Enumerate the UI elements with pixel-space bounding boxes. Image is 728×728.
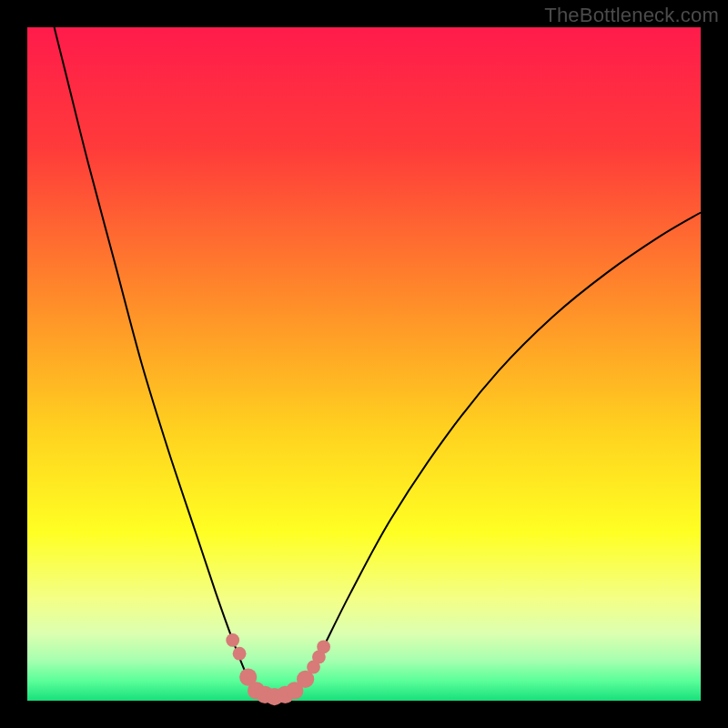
- curve-marker: [226, 633, 239, 647]
- curve-marker: [317, 640, 330, 653]
- bottleneck-chart: [0, 0, 728, 728]
- chart-frame: TheBottleneck.com: [0, 0, 728, 728]
- plot-background: [27, 27, 701, 701]
- curve-marker: [233, 647, 247, 661]
